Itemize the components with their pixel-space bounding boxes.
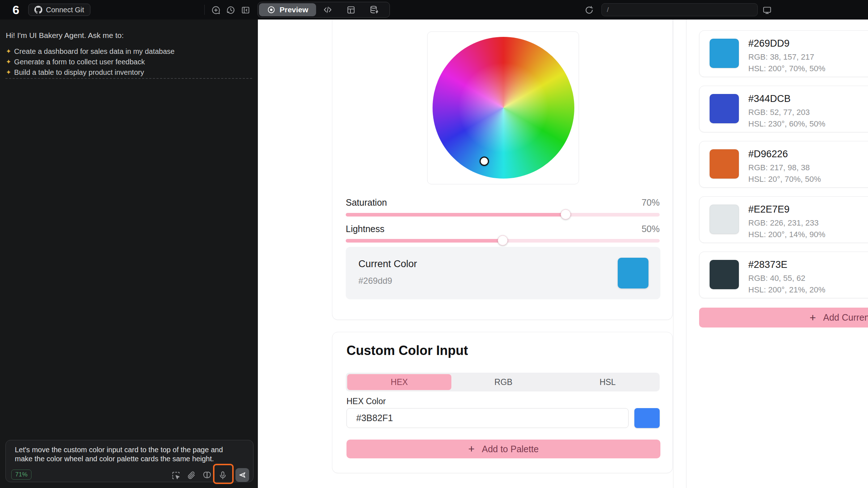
current-color-swatch <box>618 258 648 288</box>
toggle-sidebar-button[interactable] <box>240 5 251 16</box>
current-color-box: Current Color #269dd9 <box>346 247 660 299</box>
attach-file-button[interactable] <box>186 470 197 481</box>
new-chat-button[interactable] <box>210 5 221 16</box>
color-format-tabs: HEX RGB HSL <box>346 373 660 391</box>
github-icon <box>34 6 42 14</box>
palette-rgb: RGB: 217, 98, 38 <box>748 163 810 172</box>
ui-bakery-logo: 6 <box>9 3 23 17</box>
lightness-value: 50% <box>346 224 660 234</box>
suggestion-item[interactable]: ✦ Generate a form to collect user feedba… <box>6 57 175 67</box>
color-palette-panel: #269DD9 RGB: 38, 157, 217 HSL: 200°, 70%… <box>686 20 868 488</box>
color-wheel[interactable] <box>433 37 574 179</box>
suggestion-text: Build a table to display product invento… <box>14 68 144 77</box>
palette-rgb: RGB: 52, 77, 203 <box>748 108 810 117</box>
view-mode-tabs: Preview <box>258 2 390 18</box>
tab-table[interactable] <box>339 3 362 16</box>
monitor-icon <box>762 5 772 15</box>
tab-code[interactable] <box>316 3 339 16</box>
custom-color-input-card: Custom Color Input HEX RGB HSL HEX Color… <box>332 332 673 473</box>
select-element-icon <box>171 471 181 480</box>
lightness-slider-fill <box>346 239 503 243</box>
color-wheel-marker[interactable] <box>480 157 489 166</box>
history-icon <box>226 5 235 15</box>
suggestion-text: Create a dashboard for sales data in my … <box>14 47 175 56</box>
tab-preview-label: Preview <box>280 5 308 14</box>
color-wheel-card: Saturation 70% Lightness 50% Current Col… <box>332 14 673 320</box>
agent-suggestions: ✦ Create a dashboard for sales data in m… <box>6 47 175 77</box>
palette-hex: #D96226 <box>748 149 788 160</box>
custom-color-input-title: Custom Color Input <box>346 343 468 358</box>
palette-hsl: HSL: 200°, 14%, 90% <box>748 230 825 239</box>
palette-swatch <box>710 39 739 68</box>
top-bar: 6 Connect Git <box>0 0 868 20</box>
hex-preview-swatch <box>634 408 660 428</box>
hex-color-input-value: #3B82F1 <box>356 413 393 423</box>
ai-model-button[interactable] <box>201 470 212 481</box>
palette-hsl: HSL: 20°, 70%, 50% <box>748 175 821 184</box>
preview-canvas: Saturation 70% Lightness 50% Current Col… <box>258 20 673 488</box>
panel-left-icon <box>241 5 250 15</box>
palette-card[interactable]: #269DD9 RGB: 38, 157, 217 HSL: 200°, 70%… <box>699 30 868 77</box>
hex-color-input[interactable]: #3B82F1 <box>346 408 629 428</box>
suggestion-item[interactable]: ✦ Build a table to display product inven… <box>6 68 175 77</box>
palette-hex: #269DD9 <box>748 38 790 49</box>
chat-plus-icon <box>211 5 221 15</box>
sidebar-dashed-divider <box>5 78 252 79</box>
palette-rgb: RGB: 40, 55, 62 <box>748 274 805 283</box>
device-preview-button[interactable] <box>762 5 773 16</box>
tab-hsl[interactable]: HSL <box>556 377 660 387</box>
palette-card[interactable]: #E2E7E9 RGB: 226, 231, 233 HSL: 200°, 14… <box>699 196 868 243</box>
sparkle-icon: ✦ <box>6 47 11 56</box>
palette-card[interactable]: #344DCB RGB: 52, 77, 203 HSL: 230°, 60%,… <box>699 86 868 132</box>
voice-input-button[interactable] <box>217 470 228 481</box>
current-color-hex: #269dd9 <box>358 276 392 286</box>
table-icon <box>346 5 356 14</box>
history-button[interactable] <box>225 5 236 16</box>
tab-preview[interactable]: Preview <box>259 3 316 16</box>
add-current-color-button[interactable]: + Add Current Color <box>699 308 868 328</box>
agent-greeting: Hi! I'm UI Bakery Agent. Ask me to: <box>6 31 124 40</box>
add-current-color-label: Add Current Color <box>823 312 868 323</box>
database-icon <box>369 5 379 14</box>
palette-rgb: RGB: 226, 231, 233 <box>748 218 818 228</box>
code-icon <box>323 5 332 14</box>
lightness-slider[interactable] <box>346 239 660 243</box>
palette-card[interactable]: #28373E RGB: 40, 55, 62 HSL: 200°, 21%, … <box>699 252 868 298</box>
eye-icon <box>267 5 276 14</box>
palette-hsl: HSL: 200°, 21%, 20% <box>748 285 825 295</box>
url-input[interactable]: / <box>601 3 758 16</box>
connect-git-button[interactable]: Connect Git <box>28 4 90 16</box>
palette-list: #269DD9 RGB: 38, 157, 217 HSL: 200°, 70%… <box>699 30 868 298</box>
tab-rgb[interactable]: RGB <box>451 377 556 387</box>
plus-icon: + <box>468 443 475 455</box>
tab-hex[interactable]: HEX <box>347 374 451 390</box>
saturation-slider[interactable] <box>346 213 660 217</box>
microphone-icon <box>218 471 227 480</box>
palette-card[interactable]: #D96226 RGB: 217, 98, 38 HSL: 20°, 70%, … <box>699 141 868 188</box>
lightness-slider-thumb[interactable] <box>498 235 508 245</box>
context-usage-badge: 71% <box>11 470 31 480</box>
palette-swatch <box>710 205 739 234</box>
reload-button[interactable] <box>584 5 595 16</box>
saturation-value: 70% <box>346 197 660 208</box>
add-to-palette-label: Add to Palette <box>482 444 539 454</box>
color-wheel-panel <box>427 31 579 184</box>
sparkle-icon: ✦ <box>6 57 11 67</box>
hex-color-field-label: HEX Color <box>346 397 386 406</box>
palette-hex: #344DCB <box>748 93 791 104</box>
message-composer: Let's move the custom color input card t… <box>5 440 254 482</box>
panel-scroll-gutter[interactable] <box>673 20 686 488</box>
suggestion-item[interactable]: ✦ Create a dashboard for sales data in m… <box>6 47 175 56</box>
sparkle-icon: ✦ <box>6 68 11 77</box>
palette-swatch <box>710 149 739 179</box>
saturation-slider-fill <box>346 213 566 217</box>
connect-git-label: Connect Git <box>46 6 84 14</box>
agent-chat-sidebar: Hi! I'm UI Bakery Agent. Ask me to: ✦ Cr… <box>0 20 258 488</box>
composer-message[interactable]: Let's move the custom color input card t… <box>15 445 236 463</box>
add-to-palette-button[interactable]: + Add to Palette <box>346 440 660 458</box>
send-message-button[interactable] <box>235 468 249 482</box>
tab-database[interactable] <box>362 3 386 16</box>
saturation-slider-thumb[interactable] <box>561 209 571 219</box>
palette-swatch <box>710 260 739 289</box>
select-element-button[interactable] <box>170 470 181 481</box>
